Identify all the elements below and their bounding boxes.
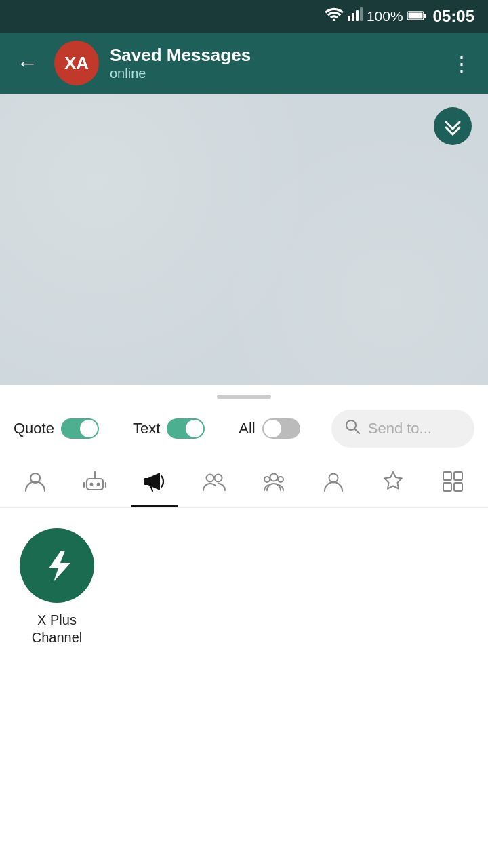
svg-point-19 — [278, 477, 283, 482]
star-icon — [381, 469, 405, 499]
send-to-search[interactable]: Send to... — [331, 410, 474, 448]
search-icon — [345, 419, 360, 438]
time-label: 05:05 — [433, 7, 474, 26]
scroll-down-button[interactable] — [434, 107, 472, 145]
all-toggle-knob — [264, 420, 281, 437]
svg-point-13 — [97, 483, 100, 486]
quote-toggle[interactable] — [61, 418, 99, 439]
signal-icon — [348, 7, 363, 25]
svg-point-12 — [90, 483, 94, 486]
tab-groups[interactable] — [184, 458, 244, 507]
tab-bots[interactable] — [65, 458, 125, 507]
all-toggle[interactable] — [262, 418, 300, 439]
tab-groups2[interactable] — [244, 458, 304, 507]
svg-rect-22 — [454, 472, 462, 480]
text-toggle-knob — [186, 420, 203, 437]
channel-logo-xplus — [20, 528, 94, 603]
chat-area — [0, 94, 488, 385]
svg-point-17 — [270, 474, 278, 481]
text-label: Text — [133, 420, 160, 437]
category-tabs — [0, 458, 488, 508]
groups-icon — [202, 469, 226, 499]
bot-icon — [83, 469, 107, 499]
header-info: Saved Messages online — [110, 45, 435, 81]
svg-rect-21 — [443, 472, 451, 480]
svg-point-16 — [215, 475, 222, 482]
header-title: Saved Messages — [110, 45, 435, 66]
bottom-sheet: Quote Text All — [0, 395, 488, 868]
svg-point-0 — [333, 19, 336, 21]
groups2-icon — [262, 469, 286, 499]
channel-name-xplus: X PlusChannel — [32, 611, 83, 646]
svg-point-15 — [207, 475, 214, 482]
svg-line-9 — [354, 429, 359, 434]
tab-person[interactable] — [304, 458, 363, 507]
tab-contacts[interactable] — [5, 458, 65, 507]
search-placeholder: Send to... — [368, 420, 432, 437]
svg-rect-24 — [454, 483, 462, 491]
megaphone-icon — [142, 469, 167, 499]
wifi-icon — [325, 7, 344, 25]
toggles-wrap: Quote Text All — [14, 418, 321, 439]
battery-icon — [407, 7, 426, 25]
header-status: online — [110, 66, 435, 81]
person2-icon — [321, 469, 346, 499]
text-toggle[interactable] — [167, 418, 205, 439]
svg-rect-7 — [424, 14, 426, 18]
controls-row: Quote Text All — [0, 399, 488, 448]
tab-channels[interactable] — [125, 458, 184, 507]
svg-point-18 — [264, 477, 270, 482]
header: ← XA Saved Messages online ⋮ — [0, 33, 488, 94]
svg-rect-6 — [408, 13, 422, 19]
all-toggle-group: All — [239, 418, 300, 439]
contacts-icon — [23, 469, 47, 499]
tab-apps[interactable] — [423, 458, 483, 507]
back-button[interactable]: ← — [11, 45, 43, 81]
tab-favorites[interactable] — [363, 458, 423, 507]
svg-rect-23 — [443, 483, 451, 491]
avatar: XA — [54, 41, 99, 85]
channel-item-xplus[interactable]: X PlusChannel — [16, 528, 98, 646]
svg-rect-11 — [87, 479, 103, 490]
text-toggle-group: Text — [133, 418, 205, 439]
svg-rect-4 — [360, 7, 363, 21]
channel-grid: X PlusChannel — [0, 508, 488, 667]
quote-toggle-knob — [80, 420, 98, 437]
status-icons: 100% 05:05 — [325, 7, 474, 26]
svg-rect-2 — [352, 13, 354, 21]
svg-rect-3 — [356, 10, 359, 21]
svg-point-20 — [329, 474, 338, 483]
battery-label: 100% — [367, 8, 403, 24]
quote-toggle-group: Quote — [14, 418, 99, 439]
quote-label: Quote — [14, 420, 54, 437]
svg-point-14 — [94, 471, 96, 474]
more-button[interactable]: ⋮ — [446, 46, 477, 81]
status-bar: 100% 05:05 — [0, 0, 488, 33]
apps-icon — [441, 469, 465, 499]
all-label: All — [239, 420, 255, 437]
svg-rect-1 — [348, 16, 350, 21]
